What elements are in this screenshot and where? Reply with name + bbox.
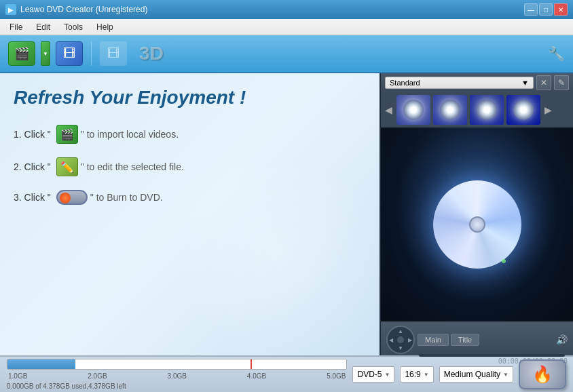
settings-button[interactable]: 🔧 <box>545 43 568 64</box>
nav-center <box>397 336 404 343</box>
instr-text-2: " to edit the selected file. <box>81 161 184 172</box>
volume-icon[interactable]: 🔊 <box>556 334 568 345</box>
import-dropdown-arrow[interactable]: ▼ <box>41 41 50 66</box>
player-tab-buttons: Main Title <box>418 334 479 346</box>
main-tab-button[interactable]: Main <box>418 334 449 346</box>
storage-used-label: 0.000GB of 4.378GB used,4.378GB left <box>7 383 347 390</box>
menu-edit[interactable]: Edit <box>29 21 57 33</box>
chapters-icon: 🎞 <box>100 41 127 66</box>
storage-label-5: 5.0GB <box>327 372 346 380</box>
instr-num-1: 1. Click " <box>14 129 51 140</box>
titlebar: ▶ Leawo DVD Creator (Unregistered) — □ ✕ <box>0 0 573 19</box>
storage-label-4: 4.0GB <box>247 372 266 380</box>
edit-instruction-icon: ✏️ <box>56 157 78 176</box>
player-controls: ▲ ▼ ◀ ▶ Main Title 🔊 00:00:00/00:00:00 <box>381 321 573 355</box>
dvd-format-value: DVD-5 <box>357 370 382 379</box>
dvd-format-arrow: ▼ <box>385 372 390 378</box>
controls-row: ▲ ▼ ◀ ▶ Main Title 🔊 <box>386 326 568 354</box>
thumbnail-3[interactable] <box>470 95 504 125</box>
template-toolbar: Standard ▼ ✕ ✎ <box>381 73 573 92</box>
burn-toggle-instruction-icon <box>56 190 88 205</box>
maximize-button[interactable]: □ <box>539 3 553 16</box>
right-panel: Standard ▼ ✕ ✎ ◀ ▶ <box>380 73 573 355</box>
instr-text-1: " to import local videos. <box>81 129 179 140</box>
template-select-arrow: ▼ <box>521 79 529 87</box>
thumbnail-4[interactable] <box>506 95 540 125</box>
storage-labels: 1.0GB 2.0GB 3.0GB 4.0GB 5.0GB <box>7 372 347 380</box>
instruction-1: 1. Click " 🎬 " to import local videos. <box>14 125 366 144</box>
aspect-ratio-value: 16:9 <box>405 370 420 379</box>
dvd-format-dropdown[interactable]: DVD-5 ▼ <box>352 366 394 383</box>
storage-label-3: 3.0GB <box>168 372 187 380</box>
left-panel: Refresh Your Enjoyment ! 1. Click " 🎬 " … <box>0 73 380 355</box>
edit-button[interactable] <box>53 39 86 68</box>
close-button[interactable]: ✕ <box>554 3 568 16</box>
menu-help[interactable]: Help <box>90 21 120 33</box>
aspect-ratio-arrow: ▼ <box>424 372 429 378</box>
storage-seg-2 <box>41 359 58 369</box>
storage-label-2: 2.0GB <box>88 372 107 380</box>
storage-seg-3 <box>58 359 75 369</box>
import-instruction-icon: 🎬 <box>56 125 78 144</box>
preview-area <box>381 128 573 321</box>
thumbnail-1[interactable] <box>396 95 430 125</box>
threed-icon: 3D <box>135 41 168 66</box>
instr-text-3: " to Burn to DVD. <box>90 192 163 203</box>
title-tab-button[interactable]: Title <box>451 334 479 346</box>
instr-num-2: 2. Click " <box>14 161 51 172</box>
window-controls: — □ ✕ <box>524 3 568 16</box>
menu-tools[interactable]: Tools <box>57 21 90 33</box>
quality-value: Medium Quality <box>444 370 500 379</box>
threed-button[interactable]: 3D <box>132 39 170 68</box>
thumbnail-2[interactable] <box>433 95 467 125</box>
storage-seg-0 <box>7 359 24 369</box>
storage-bar <box>7 359 347 370</box>
aspect-ratio-dropdown[interactable]: 16:9 ▼ <box>400 366 433 383</box>
thumbnail-strip: ◀ ▶ <box>381 92 573 128</box>
nav-left-icon: ◀ <box>389 337 393 343</box>
nav-up-icon: ▲ <box>398 328 403 334</box>
strip-next-arrow[interactable]: ▶ <box>543 103 553 117</box>
instr-num-3: 3. Click " <box>14 192 51 203</box>
storage-label-1: 1.0GB <box>8 372 27 380</box>
app-icon: ▶ <box>5 4 16 15</box>
strip-prev-arrow[interactable]: ◀ <box>384 103 394 117</box>
storage-empty <box>75 359 347 369</box>
titlebar-title: Leawo DVD Creator (Unregistered) <box>20 5 524 14</box>
toolbar: ▼ 🎞 3D 🔧 <box>0 35 573 73</box>
quality-dropdown[interactable]: Medium Quality ▼ <box>439 366 513 383</box>
burn-button[interactable]: 🔥 <box>519 359 566 389</box>
instruction-3: 3. Click " " to Burn to DVD. <box>14 190 366 205</box>
nav-right-icon: ▶ <box>408 337 412 343</box>
import-button[interactable] <box>5 39 38 68</box>
template-select[interactable]: Standard ▼ <box>385 77 534 89</box>
storage-marker <box>251 359 252 369</box>
toolbar-divider-1 <box>91 41 92 66</box>
nav-down-icon: ▼ <box>398 345 403 351</box>
edit-icon <box>56 41 83 66</box>
chapters-button[interactable]: 🎞 <box>97 39 130 68</box>
burn-flame-icon: 🔥 <box>532 365 553 384</box>
minimize-button[interactable]: — <box>524 3 538 16</box>
progress-bar[interactable] <box>419 354 565 357</box>
panel-title: Refresh Your Enjoyment ! <box>14 87 366 109</box>
storage-seg-1 <box>24 359 41 369</box>
menubar: File Edit Tools Help <box>0 19 573 35</box>
wrench-icon: 🔧 <box>548 45 565 62</box>
quality-arrow: ▼ <box>503 372 509 378</box>
menu-file[interactable]: File <box>3 21 29 33</box>
template-edit-button[interactable]: ✎ <box>554 75 569 90</box>
nav-cluster[interactable]: ▲ ▼ ◀ ▶ <box>386 326 415 354</box>
import-icon <box>8 41 35 66</box>
storage-bar-container: 1.0GB 2.0GB 3.0GB 4.0GB 5.0GB 0.000GB of… <box>7 359 347 390</box>
main-area: Refresh Your Enjoyment ! 1. Click " 🎬 " … <box>0 73 573 355</box>
preview-disc <box>433 180 521 269</box>
instructions-list: 1. Click " 🎬 " to import local videos. 2… <box>14 125 366 205</box>
template-delete-button[interactable]: ✕ <box>536 75 551 90</box>
instruction-2: 2. Click " ✏️ " to edit the selected fil… <box>14 157 366 176</box>
template-select-value: Standard <box>390 79 420 87</box>
